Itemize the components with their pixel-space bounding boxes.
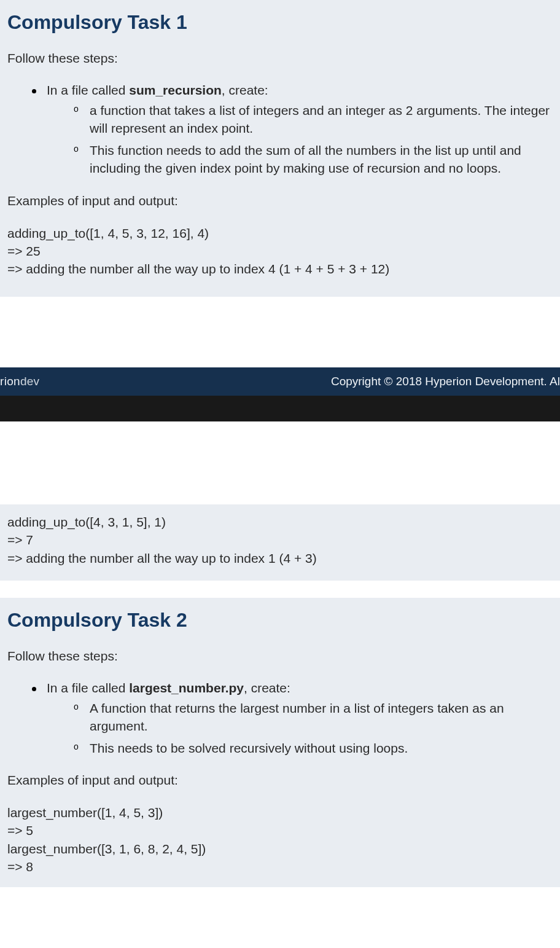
task1-bullets: In a file called sum_recursion, create: … — [7, 83, 553, 178]
task2-sublist: A function that returns the largest numb… — [47, 699, 553, 757]
task2-examples-label: Examples of input and output: — [7, 773, 553, 788]
t2-ex2-line2: => 8 — [7, 858, 553, 876]
page-gap-2 — [0, 421, 560, 504]
task1-filename: sum_recursion — [129, 83, 222, 97]
task2-bullet: In a file called largest_number.py, crea… — [26, 681, 553, 757]
task2-filename: largest_number.py — [129, 681, 244, 695]
task2-sub2: This needs to be solved recursively with… — [71, 739, 553, 757]
ex1-line1: adding_up_to([1, 4, 5, 3, 12, 16], 4) — [7, 224, 553, 242]
task1-example1: adding_up_to([1, 4, 5, 3, 12, 16], 4) =>… — [7, 224, 553, 278]
task1-sub1: a function that takes a list of integers… — [71, 101, 553, 138]
card-spacer — [0, 581, 560, 598]
brand-logo: riondev — [0, 375, 39, 388]
ex1-line2: => 25 — [7, 242, 553, 260]
brand-right: dev — [20, 375, 40, 388]
footer-black-strip — [0, 396, 560, 421]
task1-sublist: a function that takes a list of integers… — [47, 101, 553, 178]
bullet-prefix: In a file called — [47, 681, 129, 695]
footer-bar: riondev Copyright © 2018 Hyperion Develo… — [0, 367, 560, 396]
t2-ex1-line1: largest_number([1, 4, 5, 3]) — [7, 804, 553, 821]
bullet-suffix: , create: — [244, 681, 290, 695]
ex2-line2: => 7 — [7, 531, 553, 549]
ex2-line1: adding_up_to([4, 3, 1, 5], 1) — [7, 513, 553, 531]
task2-follow: Follow these steps: — [7, 649, 553, 664]
t2-ex2-line1: largest_number([3, 1, 6, 8, 2, 4, 5]) — [7, 840, 553, 858]
task1-follow: Follow these steps: — [7, 51, 553, 66]
task1-example2: adding_up_to([4, 3, 1, 5], 1) => 7 => ad… — [7, 513, 553, 567]
task2-title: Compulsory Task 2 — [7, 609, 553, 632]
page-gap — [0, 297, 560, 367]
task1-sub2: This function needs to add the sum of al… — [71, 141, 553, 178]
task1-bullet: In a file called sum_recursion, create: … — [26, 83, 553, 178]
bullet-prefix: In a file called — [47, 83, 129, 97]
task2-bullets: In a file called largest_number.py, crea… — [7, 681, 553, 757]
ex1-line3: => adding the number all the way up to i… — [7, 260, 553, 278]
copyright-text: Copyright © 2018 Hyperion Development. A… — [331, 375, 560, 388]
task2-sub1: A function that returns the largest numb… — [71, 699, 553, 735]
task1-card: Compulsory Task 1 Follow these steps: In… — [0, 0, 560, 297]
brand-left: rion — [0, 375, 20, 388]
task2-card: Compulsory Task 2 Follow these steps: In… — [0, 598, 560, 887]
task1-examples-label: Examples of input and output: — [7, 194, 553, 208]
task2-examples: largest_number([1, 4, 5, 3]) => 5 larges… — [7, 804, 553, 876]
task1-title: Compulsory Task 1 — [7, 11, 553, 34]
ex2-line3: => adding the number all the way up to i… — [7, 549, 553, 567]
task1-example2-card: adding_up_to([4, 3, 1, 5], 1) => 7 => ad… — [0, 504, 560, 581]
bullet-suffix: , create: — [222, 83, 268, 97]
t2-ex1-line2: => 5 — [7, 821, 553, 839]
